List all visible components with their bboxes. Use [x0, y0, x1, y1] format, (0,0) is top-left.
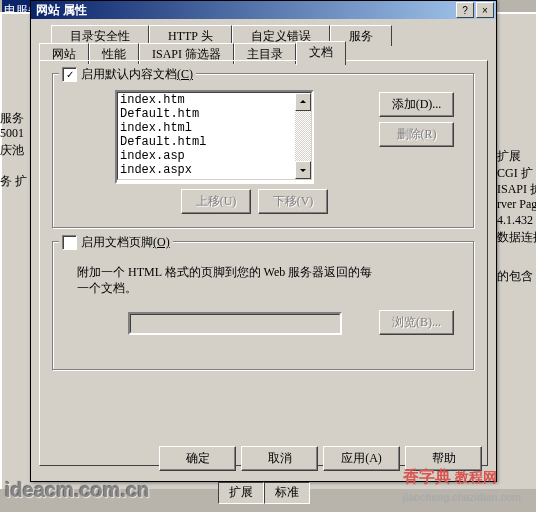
- move-down-button[interactable]: 下移(V): [258, 189, 328, 214]
- titlebar[interactable]: 网站 属性 ? ×: [31, 1, 496, 19]
- scroll-up-icon[interactable]: [295, 93, 311, 111]
- bg-side: 庆池: [0, 142, 24, 159]
- listbox-scrollbar[interactable]: [295, 93, 311, 179]
- enable-doc-footer-checkbox[interactable]: 启用文档页脚(O): [59, 234, 173, 251]
- document-footer-group: 启用文档页脚(O) 附加一个 HTML 格式的页脚到您的 Web 服务器返回的每…: [52, 241, 475, 371]
- list-item[interactable]: index.asp: [120, 149, 293, 163]
- dialog-title: 网站 属性: [33, 2, 454, 19]
- apply-button[interactable]: 应用(A): [323, 446, 400, 471]
- checkbox-icon: ✓: [62, 67, 77, 82]
- bg-row: ISAPI 扩: [497, 181, 536, 198]
- tab-panel-documents: ✓ 启用默认内容文档(C) index.htm Default.htm inde…: [39, 60, 488, 466]
- cancel-button[interactable]: 取消: [241, 446, 318, 471]
- tab-documents[interactable]: 文档: [296, 41, 346, 65]
- close-button[interactable]: ×: [476, 2, 494, 18]
- list-item[interactable]: Default.htm: [120, 107, 293, 121]
- add-button[interactable]: 添加(D)...: [379, 92, 454, 117]
- default-content-group: ✓ 启用默认内容文档(C) index.htm Default.htm inde…: [52, 73, 475, 229]
- bg-side: 务 扩: [0, 173, 27, 190]
- footer-path-input: [128, 312, 342, 335]
- list-item[interactable]: index.htm: [120, 93, 293, 107]
- bg-row: 的包含: [497, 268, 533, 285]
- watermark-left: ideacm.com.cn: [5, 479, 150, 502]
- bg-side: 服务: [0, 110, 24, 127]
- bottom-tab-strip: 扩展 标准: [218, 482, 310, 504]
- help-button[interactable]: ?: [456, 2, 474, 18]
- bg-row: 数据连接: [497, 229, 536, 246]
- bg-row: 4.1.432: [497, 213, 533, 228]
- scroll-down-icon[interactable]: [295, 161, 311, 179]
- bg-side: 5001: [0, 126, 24, 141]
- bg-row: CGI 扩: [497, 165, 533, 182]
- tab-strip: 目录安全性 HTTP 头 自定义错误 服务 网站 性能 ISAPI 筛选器 主目…: [39, 25, 488, 61]
- bottom-tab-extensions[interactable]: 扩展: [218, 482, 264, 504]
- list-item[interactable]: index.html: [120, 121, 293, 135]
- checkbox-label: 启用文档页脚(O): [81, 234, 170, 251]
- footer-description: 附加一个 HTML 格式的页脚到您的 Web 服务器返回的每一个文档。: [77, 264, 377, 296]
- bottom-tab-standard[interactable]: 标准: [264, 482, 310, 504]
- bg-row: rver Pag: [497, 197, 536, 212]
- enable-default-docs-checkbox[interactable]: ✓ 启用默认内容文档(C): [59, 66, 196, 83]
- remove-button[interactable]: 删除(R): [379, 122, 454, 147]
- checkbox-label: 启用默认内容文档(C): [81, 66, 193, 83]
- list-item[interactable]: Default.html: [120, 135, 293, 149]
- move-up-button[interactable]: 上移(U): [181, 189, 251, 214]
- list-item[interactable]: index.aspx: [120, 163, 293, 177]
- browse-button: 浏览(B)...: [379, 310, 454, 335]
- ok-button[interactable]: 确定: [159, 446, 236, 471]
- default-docs-listbox[interactable]: index.htm Default.htm index.html Default…: [115, 90, 314, 184]
- properties-dialog: 网站 属性 ? × 目录安全性 HTTP 头 自定义错误 服务 网站 性能 IS…: [30, 0, 497, 482]
- watermark-right: 香字典 教程网 jiaocheng.chazidian.com: [403, 467, 521, 504]
- checkbox-icon: [62, 235, 77, 250]
- bg-col-header: 扩展: [497, 148, 521, 165]
